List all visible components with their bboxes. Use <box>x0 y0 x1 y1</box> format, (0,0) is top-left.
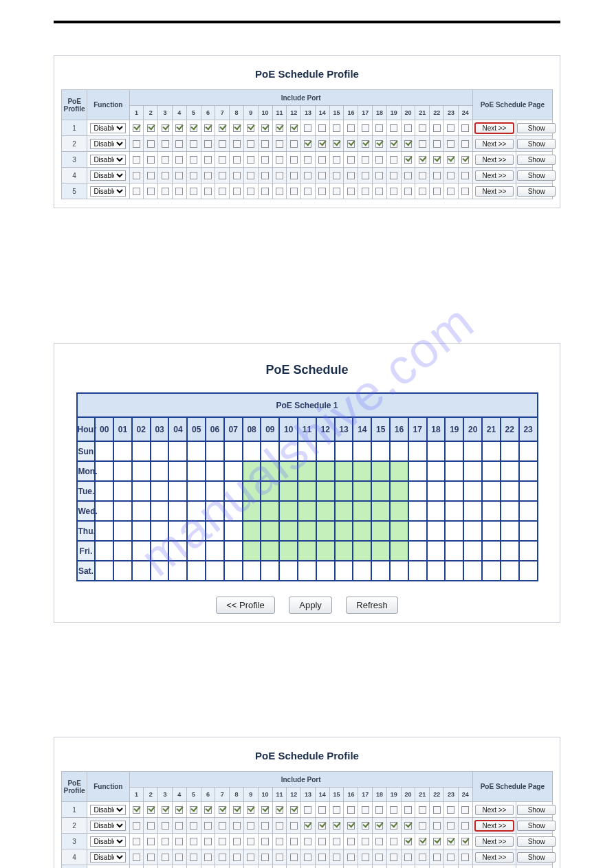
port-checkbox[interactable] <box>461 172 469 179</box>
port-checkbox[interactable] <box>347 156 355 164</box>
port-checkbox[interactable] <box>133 140 140 148</box>
schedule-cell[interactable] <box>224 441 243 461</box>
schedule-cell[interactable] <box>427 441 446 461</box>
schedule-cell[interactable] <box>427 481 446 501</box>
port-checkbox[interactable] <box>247 124 254 132</box>
schedule-cell[interactable] <box>408 461 427 481</box>
schedule-cell[interactable] <box>445 561 463 581</box>
port-checkbox[interactable] <box>162 124 169 132</box>
port-checkbox[interactable] <box>190 156 197 164</box>
port-checkbox[interactable] <box>390 822 397 830</box>
schedule-cell[interactable] <box>353 501 371 521</box>
port-checkbox[interactable] <box>190 854 197 861</box>
schedule-cell[interactable] <box>279 541 298 561</box>
port-checkbox[interactable] <box>276 806 283 814</box>
schedule-cell[interactable] <box>261 561 279 581</box>
schedule-cell[interactable] <box>132 481 151 501</box>
port-checkbox[interactable] <box>461 124 469 132</box>
port-checkbox[interactable] <box>247 806 254 814</box>
port-checkbox[interactable] <box>447 172 454 179</box>
next-button[interactable]: Next >> <box>475 852 514 863</box>
port-checkbox[interactable] <box>147 822 155 830</box>
next-button[interactable]: Next >> <box>475 836 514 847</box>
schedule-cell[interactable] <box>168 441 187 461</box>
next-button[interactable]: Next >> <box>475 139 514 149</box>
port-checkbox[interactable] <box>219 188 226 195</box>
port-checkbox[interactable] <box>147 854 155 861</box>
schedule-cell[interactable] <box>95 541 113 561</box>
port-checkbox[interactable] <box>347 140 355 148</box>
port-checkbox[interactable] <box>147 188 155 195</box>
port-checkbox[interactable] <box>390 172 397 179</box>
port-checkbox[interactable] <box>419 140 426 148</box>
port-checkbox[interactable] <box>347 822 355 830</box>
port-checkbox[interactable] <box>162 172 169 179</box>
port-checkbox[interactable] <box>233 838 241 845</box>
schedule-cell[interactable] <box>427 561 446 581</box>
schedule-cell[interactable] <box>335 521 353 541</box>
function-select[interactable]: Disable <box>90 186 126 197</box>
schedule-cell[interactable] <box>206 561 224 581</box>
port-checkbox[interactable] <box>261 822 269 830</box>
port-checkbox[interactable] <box>219 156 226 164</box>
port-checkbox[interactable] <box>247 156 254 164</box>
port-checkbox[interactable] <box>219 806 226 814</box>
schedule-cell[interactable] <box>501 461 519 481</box>
port-checkbox[interactable] <box>190 140 197 148</box>
port-checkbox[interactable] <box>433 188 441 195</box>
schedule-cell[interactable] <box>298 461 316 481</box>
schedule-cell[interactable] <box>151 461 169 481</box>
port-checkbox[interactable] <box>375 822 383 830</box>
schedule-cell[interactable] <box>206 541 224 561</box>
port-checkbox[interactable] <box>318 806 326 814</box>
show-button[interactable]: Show <box>517 836 556 847</box>
refresh-button[interactable]: Refresh <box>346 597 398 614</box>
port-checkbox[interactable] <box>404 188 412 195</box>
port-checkbox[interactable] <box>375 124 383 132</box>
port-checkbox[interactable] <box>147 172 155 179</box>
port-checkbox[interactable] <box>261 838 269 845</box>
port-checkbox[interactable] <box>162 854 169 861</box>
schedule-cell[interactable] <box>482 561 501 581</box>
show-button[interactable]: Show <box>517 139 556 149</box>
port-checkbox[interactable] <box>419 822 426 830</box>
schedule-cell[interactable] <box>501 561 519 581</box>
schedule-cell[interactable] <box>279 561 298 581</box>
schedule-cell[interactable] <box>501 541 519 561</box>
port-checkbox[interactable] <box>247 188 254 195</box>
schedule-cell[interactable] <box>279 441 298 461</box>
port-checkbox[interactable] <box>390 806 397 814</box>
port-checkbox[interactable] <box>362 188 369 195</box>
schedule-cell[interactable] <box>168 461 187 481</box>
port-checkbox[interactable] <box>290 854 298 861</box>
schedule-cell[interactable] <box>95 461 113 481</box>
schedule-cell[interactable] <box>335 561 353 581</box>
port-checkbox[interactable] <box>219 172 226 179</box>
schedule-cell[interactable] <box>519 521 538 541</box>
schedule-cell[interactable] <box>482 521 501 541</box>
port-checkbox[interactable] <box>175 156 183 164</box>
port-checkbox[interactable] <box>333 838 340 845</box>
port-checkbox[interactable] <box>390 156 397 164</box>
show-button[interactable]: Show <box>517 170 556 181</box>
schedule-cell[interactable] <box>243 541 261 561</box>
port-checkbox[interactable] <box>147 124 155 132</box>
port-checkbox[interactable] <box>461 806 469 814</box>
port-checkbox[interactable] <box>404 838 412 845</box>
port-checkbox[interactable] <box>204 838 212 845</box>
port-checkbox[interactable] <box>461 854 469 861</box>
port-checkbox[interactable] <box>419 188 426 195</box>
schedule-cell[interactable] <box>482 501 501 521</box>
schedule-cell[interactable] <box>519 501 538 521</box>
schedule-cell[interactable] <box>132 541 151 561</box>
port-checkbox[interactable] <box>461 838 469 845</box>
port-checkbox[interactable] <box>276 172 283 179</box>
port-checkbox[interactable] <box>304 156 311 164</box>
schedule-cell[interactable] <box>95 521 113 541</box>
port-checkbox[interactable] <box>318 822 326 830</box>
port-checkbox[interactable] <box>175 854 183 861</box>
port-checkbox[interactable] <box>276 140 283 148</box>
schedule-cell[interactable] <box>463 461 482 481</box>
schedule-cell[interactable] <box>463 481 482 501</box>
port-checkbox[interactable] <box>261 854 269 861</box>
